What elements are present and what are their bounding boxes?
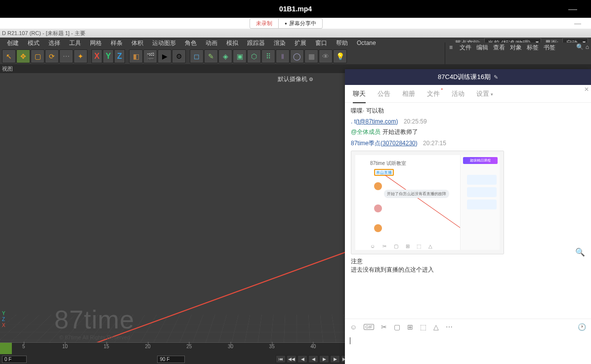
frame-end-input[interactable]: 90 F bbox=[157, 356, 185, 363]
search-icon[interactable]: 🔍 ⌂ bbox=[576, 43, 589, 50]
chat-message-list[interactable]: 喋喋· 可以勒 . t(t@87time.com) 20:25:59 @全体成员… bbox=[345, 103, 591, 319]
field-icon[interactable]: ⦀ bbox=[276, 49, 290, 63]
next-frame-icon[interactable]: ▶ bbox=[330, 355, 340, 363]
array-icon[interactable]: ⠿ bbox=[261, 49, 275, 63]
move-tool-icon[interactable]: ✥ bbox=[16, 49, 30, 63]
deformer-icon[interactable]: ▣ bbox=[233, 49, 247, 63]
menu-octane[interactable]: Octane bbox=[353, 39, 380, 47]
tab-activity[interactable]: 活动 bbox=[452, 89, 464, 98]
recording-bar: 未录制 屏幕分享中 — bbox=[0, 18, 591, 29]
bell-icon[interactable]: △ bbox=[433, 323, 439, 331]
obj-menu-objects[interactable]: 对象 bbox=[510, 43, 522, 52]
obj-menu-edit[interactable]: 编辑 bbox=[476, 43, 488, 52]
menu-spline[interactable]: 样条 bbox=[107, 38, 127, 48]
scale-tool-icon[interactable]: ▢ bbox=[31, 49, 44, 63]
menu-help[interactable]: 帮助 bbox=[332, 38, 352, 48]
history-icon[interactable]: 🕐 bbox=[578, 323, 586, 331]
gif-icon[interactable]: GIF bbox=[364, 324, 374, 330]
image-icon[interactable]: ⬚ bbox=[420, 323, 426, 331]
menu-window[interactable]: 窗口 bbox=[311, 38, 331, 48]
tick-30: 30 bbox=[228, 344, 233, 349]
tick-15: 15 bbox=[104, 344, 109, 349]
tick-10: 10 bbox=[62, 344, 68, 349]
obj-menu-file[interactable]: 文件 bbox=[460, 43, 471, 52]
render-settings-icon[interactable]: 🎬 bbox=[143, 49, 157, 63]
chat-message: 注意 进去没有跳到直播的点这个进入 bbox=[351, 257, 585, 274]
menu-mograph[interactable]: 运动图形 bbox=[148, 38, 180, 48]
zoom-image-icon[interactable]: 🔍 bbox=[575, 247, 585, 257]
x-axis-toggle[interactable]: X bbox=[91, 49, 102, 63]
chat-sender: . t(t@87time.com) bbox=[351, 118, 400, 125]
tab-settings[interactable]: 设置 bbox=[476, 89, 493, 98]
tab-files[interactable]: 文件 bbox=[427, 89, 440, 98]
qq-id-link[interactable]: 3070284230 bbox=[382, 140, 416, 147]
recent-tool-icon[interactable]: ⋯ bbox=[59, 49, 73, 63]
minimize-icon[interactable]: — bbox=[568, 4, 577, 14]
generator-icon[interactable]: ◈ bbox=[218, 49, 232, 63]
live-select-icon[interactable]: ✦ bbox=[74, 49, 87, 63]
play-back-icon[interactable]: ◀ bbox=[308, 355, 318, 363]
obj-menu-tags[interactable]: 标签 bbox=[527, 43, 539, 52]
hamburger-icon[interactable]: ≡ bbox=[449, 44, 453, 51]
z-axis-toggle[interactable]: Z bbox=[114, 49, 125, 63]
goto-start-icon[interactable]: ⏮ bbox=[276, 355, 286, 363]
img-avatar bbox=[374, 204, 382, 212]
menu-render[interactable]: 渲染 bbox=[270, 38, 290, 48]
img-annotation-line bbox=[385, 175, 466, 232]
menu-tools[interactable]: 工具 bbox=[65, 38, 85, 48]
menu-create[interactable]: 创建 bbox=[3, 38, 23, 48]
pen-spline-icon[interactable]: ✎ bbox=[204, 49, 218, 63]
frame-start-input[interactable]: 0 F bbox=[2, 356, 27, 363]
app-icon[interactable]: ⊞ bbox=[407, 323, 413, 331]
window-min-icon[interactable]: — bbox=[574, 19, 581, 27]
screen-sharing-label[interactable]: 屏幕分享中 bbox=[278, 19, 322, 28]
prev-frame-icon[interactable]: ◀ bbox=[297, 355, 307, 363]
render-queue-icon[interactable]: ⚙ bbox=[172, 49, 186, 63]
cube-primitive-icon[interactable]: ◻ bbox=[190, 49, 204, 63]
folder-icon[interactable]: ▢ bbox=[394, 323, 400, 331]
img-card bbox=[467, 187, 497, 197]
play-forward-icon[interactable]: ▶ bbox=[319, 355, 329, 363]
y-axis-toggle[interactable]: Y bbox=[103, 49, 114, 63]
obj-menu-view[interactable]: 查看 bbox=[493, 43, 505, 52]
tab-announce[interactable]: 公告 bbox=[378, 89, 390, 98]
menu-simulate[interactable]: 模拟 bbox=[222, 38, 242, 48]
rotate-tool-icon[interactable]: ⟳ bbox=[45, 49, 59, 63]
nav-widget[interactable]: YZX bbox=[2, 311, 5, 328]
more-icon[interactable]: ⋯ bbox=[446, 323, 453, 331]
light-toggle-icon[interactable]: 👁 bbox=[319, 49, 333, 63]
render-view-icon[interactable]: ▶ bbox=[158, 49, 171, 63]
email-link[interactable]: t@87time.com bbox=[358, 118, 396, 125]
menu-extensions[interactable]: 扩展 bbox=[291, 38, 310, 48]
menu-animate[interactable]: 动画 bbox=[202, 38, 221, 48]
img-card bbox=[467, 175, 497, 185]
menu-select[interactable]: 选择 bbox=[44, 38, 64, 48]
light-object-icon[interactable]: 💡 bbox=[333, 49, 347, 63]
menu-volume[interactable]: 体积 bbox=[127, 38, 147, 48]
obj-menu-bookmarks[interactable]: 书签 bbox=[544, 43, 555, 52]
qq-chat-window: 87C4D训练课16期 ✎ ✕ 聊天 公告 相册 文件 活动 设置 喋喋· 可以… bbox=[345, 69, 591, 364]
not-recording-label[interactable]: 未录制 bbox=[250, 19, 278, 28]
mention-all[interactable]: @全体成员 bbox=[351, 128, 380, 135]
menu-tracker[interactable]: 跟踪器 bbox=[243, 38, 269, 48]
img-avatar bbox=[374, 182, 382, 190]
cursor-tool-icon[interactable]: ↖ bbox=[2, 49, 16, 63]
tag-icon[interactable]: ◯ bbox=[290, 49, 304, 63]
edit-title-icon[interactable]: ✎ bbox=[494, 74, 498, 81]
menu-mode[interactable]: 模式 bbox=[24, 38, 43, 48]
chat-text: 喋喋· 可以勒 bbox=[351, 107, 384, 114]
tab-album[interactable]: 相册 bbox=[402, 89, 415, 98]
tab-chat[interactable]: 聊天 bbox=[353, 89, 366, 98]
environment-icon[interactable]: ⬡ bbox=[247, 49, 261, 63]
menu-mesh[interactable]: 网格 bbox=[86, 38, 106, 48]
coord-system-icon[interactable]: ◧ bbox=[129, 49, 143, 63]
scissors-icon[interactable]: ✂ bbox=[381, 323, 387, 331]
video-titlebar: 01B1.mp4 — bbox=[0, 0, 591, 18]
chat-image-attachment[interactable]: 87time 试听教室 本山直播 开始了你怎么还没有看直播的故障 ☺ ✂ ▢ ⊞… bbox=[351, 151, 504, 254]
prev-key-icon[interactable]: ◀◀ bbox=[287, 355, 296, 363]
emoji-icon[interactable]: ☺ bbox=[350, 323, 357, 331]
chat-input[interactable] bbox=[345, 334, 591, 364]
menu-character[interactable]: 角色 bbox=[181, 38, 201, 48]
chat-close-icon[interactable]: ✕ bbox=[584, 86, 589, 93]
camera-object-icon[interactable]: ▦ bbox=[304, 49, 318, 63]
